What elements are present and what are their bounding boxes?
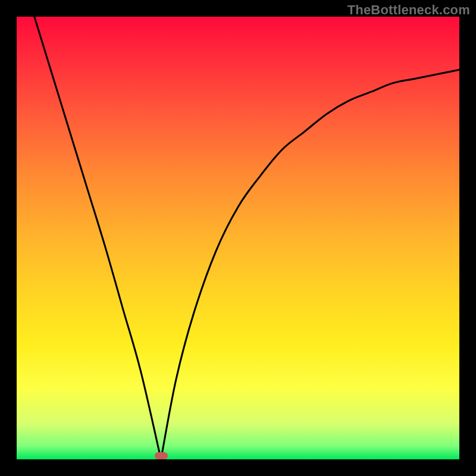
plot-area [17, 17, 459, 459]
minimum-marker [155, 452, 168, 459]
bottleneck-curve [17, 17, 459, 459]
watermark-text: TheBottleneck.com [347, 2, 470, 18]
